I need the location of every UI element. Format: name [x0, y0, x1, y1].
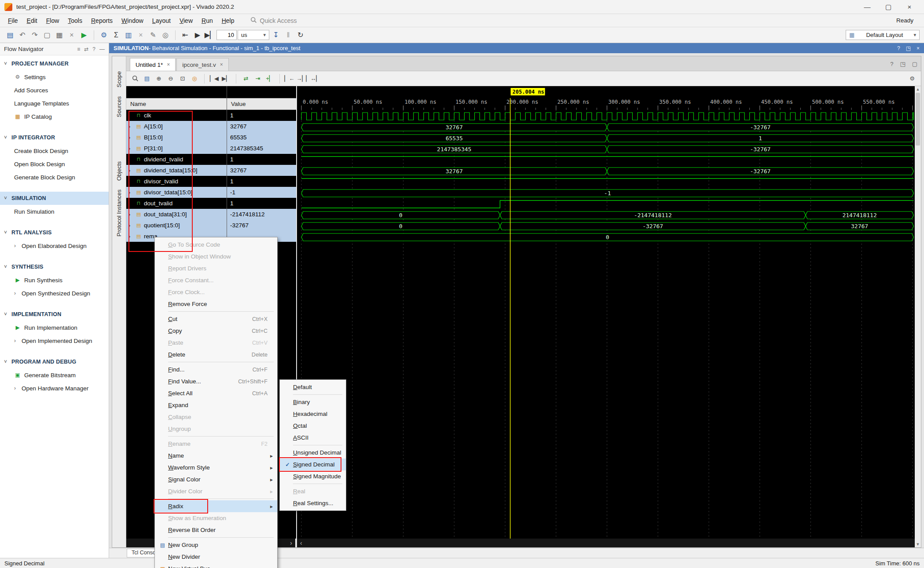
delete-icon[interactable]: × — [66, 29, 77, 41]
menu-item-signal-color[interactable]: Signal Color▸ — [155, 473, 277, 485]
flow-item-run-synthesis[interactable]: ▶Run Synthesis — [0, 273, 109, 287]
menu-item-cut[interactable]: CutCtrl+X — [155, 313, 277, 325]
zoom-fit-icon[interactable]: ⊡ — [177, 73, 188, 84]
menu-item-unsigned-decimal[interactable]: Unsigned Decimal — [280, 447, 346, 459]
tab-untitled-1[interactable]: Untitled 1*× — [130, 58, 176, 71]
menu-tools[interactable]: Tools — [63, 15, 87, 26]
flow-item-create-block-design[interactable]: Create Block Design — [0, 144, 109, 157]
signal-row-quotient-15-0[interactable]: ›▤quotient[15:0] — [126, 220, 227, 231]
menu-help[interactable]: Help — [217, 15, 239, 26]
tab-ipcore-test-v[interactable]: ipcore_test.v× — [176, 58, 229, 71]
prev-transition-icon[interactable]: ▏◀ — [209, 73, 220, 84]
side-tab-sources[interactable]: Sources — [116, 96, 122, 117]
menu-item-new-group[interactable]: ▤New Group — [155, 539, 277, 551]
zoom-out-icon[interactable]: ⊖ — [165, 73, 176, 84]
help-icon[interactable]: ? — [92, 46, 95, 52]
value-column-header[interactable]: Value — [227, 98, 296, 110]
run-for-time-icon[interactable]: ▶▏ — [204, 29, 216, 41]
signal-value-divisor-tvalid[interactable]: 1 — [227, 176, 296, 187]
menu-item-signed-decimal[interactable]: ✓Signed Decimal — [280, 459, 346, 470]
vertical-scrollbar[interactable]: ▲ ▼ — [915, 86, 921, 547]
scrollbar-thumb[interactable] — [916, 93, 920, 146]
menu-item-default[interactable]: Default — [280, 381, 346, 393]
expand-arrow-icon[interactable]: › — [128, 189, 133, 196]
help-icon[interactable]: ? — [897, 45, 900, 51]
menu-window[interactable]: Window — [117, 15, 148, 26]
expand-arrow-icon[interactable]: › — [128, 222, 133, 229]
flow-section-header-implementation[interactable]: ˅IMPLEMENTATION — [0, 308, 109, 321]
step-icon[interactable]: ↧ — [270, 29, 282, 41]
close-button[interactable]: × — [906, 3, 913, 11]
menu-item-reverse-bit-order[interactable]: Reverse Bit Order — [155, 524, 277, 536]
menu-flow[interactable]: Flow — [42, 15, 64, 26]
signal-value-clk[interactable]: 1 — [227, 110, 296, 121]
flow-item-open-elaborated-design[interactable]: ›Open Elaborated Design — [0, 239, 109, 252]
signal-row-dividend-tdata-15-0[interactable]: ›▤dividend_tdata[15:0] — [126, 165, 227, 176]
menu-item-expand[interactable]: Expand — [155, 399, 277, 411]
menu-item-radix[interactable]: Radix▸ — [155, 500, 277, 512]
waveform-canvas[interactable]: 0.000 ns50.000 ns100.000 ns150.000 ns200… — [297, 86, 914, 539]
edit-icon[interactable]: ✎ — [147, 29, 159, 41]
toolbar-menu-icon[interactable]: ≡ — [77, 46, 80, 52]
expand-arrow-icon[interactable]: › — [128, 134, 133, 141]
menu-edit[interactable]: Edit — [22, 15, 42, 26]
flow-item-ip-catalog[interactable]: ▦IP Catalog — [0, 110, 109, 123]
swap-cursors-icon[interactable]: ⇄ — [241, 73, 251, 84]
menu-item-octal[interactable]: Octal — [280, 420, 346, 432]
dock-icon[interactable]: ⇄ — [84, 46, 88, 52]
signal-value-p-31-0[interactable]: 2147385345 — [227, 143, 296, 154]
close-icon[interactable]: × — [167, 62, 170, 68]
expand-arrow-icon[interactable]: › — [128, 145, 133, 152]
signal-row-clk[interactable]: ⊓clk — [126, 110, 227, 121]
signal-value-b-15-0[interactable]: 65535 — [227, 132, 296, 143]
minimize-button[interactable]: — — [863, 3, 871, 11]
add-marker-icon[interactable]: +▏ — [264, 73, 275, 84]
menu-item-binary[interactable]: Binary — [280, 396, 346, 408]
side-tab-scope[interactable]: Scope — [116, 71, 122, 87]
flow-section-header-simulation[interactable]: ˅SIMULATION — [0, 192, 109, 205]
flow-item-add-sources[interactable]: Add Sources — [0, 84, 109, 97]
menu-item-find[interactable]: Find...Ctrl+F — [155, 364, 277, 375]
signal-value-quotient-15-0[interactable]: -32767 — [227, 220, 296, 231]
flow-item-open-synthesized-design[interactable]: ›Open Synthesized Design — [0, 287, 109, 300]
menu-item-waveform-style[interactable]: Waveform Style▸ — [155, 462, 277, 473]
menu-item-delete[interactable]: DeleteDelete — [155, 349, 277, 360]
expand-arrow-icon[interactable]: › — [128, 233, 133, 240]
quick-access-search[interactable]: Quick Access — [250, 17, 325, 25]
undo-icon[interactable]: ↶ — [17, 29, 28, 41]
signal-row-divisor-tdata-15-0[interactable]: ›▤divisor_tdata[15:0] — [126, 187, 227, 198]
menu-item-signed-magnitude[interactable]: Signed Magnitude — [280, 470, 346, 482]
next-transition-icon[interactable]: ▶▏ — [221, 73, 231, 84]
sim-time-input[interactable] — [216, 30, 237, 40]
float-icon[interactable]: ◳ — [900, 61, 905, 67]
flow-item-settings[interactable]: ⚙Settings — [0, 70, 109, 84]
menu-file[interactable]: File — [4, 15, 22, 26]
flow-item-run-simulation[interactable]: Run Simulation — [0, 205, 109, 218]
report-icon[interactable]: ▥ — [123, 29, 134, 41]
signal-row-b-15-0[interactable]: ›▤B[15:0] — [126, 132, 227, 143]
signal-value-dividend-tdata-15-0[interactable]: 32767 — [227, 165, 296, 176]
flow-section-header-synthesis[interactable]: ˅SYNTHESIS — [0, 260, 109, 273]
sum-icon[interactable]: Σ — [110, 29, 122, 41]
signal-row-a-15-0[interactable]: ›▤A[15:0] — [126, 121, 227, 132]
flow-item-open-hardware-manager[interactable]: ›Open Hardware Manager — [0, 382, 109, 395]
wave-settings-gear-icon[interactable]: ⚙ — [907, 73, 917, 84]
signal-value-dout-tdata-31-0[interactable]: -2147418112 — [227, 209, 296, 220]
flow-section-header-program-and-debug[interactable]: ˅PROGRAM AND DEBUG — [0, 355, 109, 368]
flow-item-run-implementation[interactable]: ▶Run Implementation — [0, 321, 109, 334]
flow-item-generate-block-design[interactable]: Generate Block Design — [0, 171, 109, 184]
close-icon[interactable]: × — [220, 62, 223, 68]
paste-icon[interactable]: ▦ — [54, 29, 65, 41]
wave-hscrollbar[interactable]: ‹ — [297, 539, 915, 547]
restart-sim-icon[interactable]: ⇤ — [180, 29, 191, 41]
zoom-to-cursor-icon[interactable]: ◎ — [189, 73, 200, 84]
save-wave-icon[interactable]: ▤ — [142, 73, 152, 84]
scroll-up-icon[interactable]: ▲ — [916, 87, 920, 91]
run-all-icon[interactable]: ▶ — [192, 29, 203, 41]
zoom-in-icon[interactable]: ⊕ — [154, 73, 164, 84]
snap-to-transition-icon[interactable]: ⇥ — [253, 73, 263, 84]
menu-layout[interactable]: Layout — [148, 15, 175, 26]
goto-time-zero-icon[interactable]: ▏← — [284, 73, 295, 84]
minimize-panel-icon[interactable]: — — [99, 46, 105, 52]
maximize-icon[interactable]: ▢ — [912, 61, 917, 67]
